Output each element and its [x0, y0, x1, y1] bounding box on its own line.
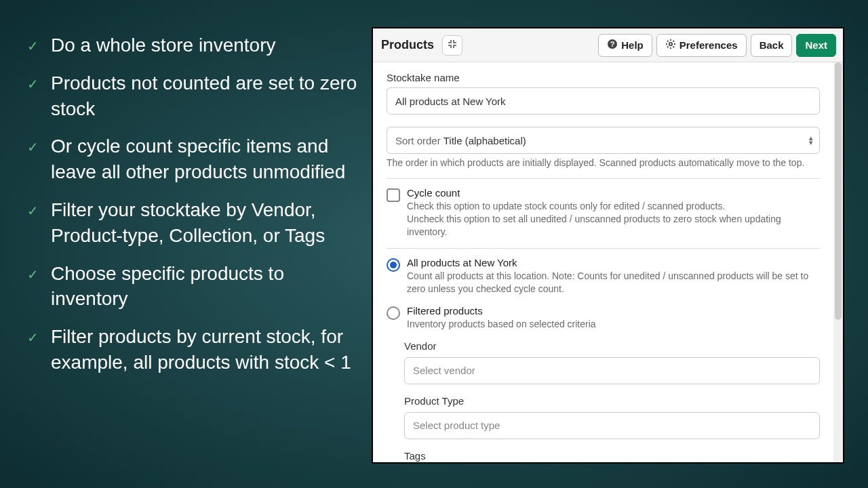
app-header: Products ? Help Preferences Back Next	[373, 28, 843, 62]
next-label: Next	[805, 39, 827, 51]
bullet-text: Choose specific products to inventory	[51, 261, 366, 312]
cycle-count-title: Cycle count	[407, 187, 820, 199]
sort-order-helper: The order in which products are initiall…	[387, 157, 820, 169]
bullet-text: Products not counted are set to zero sto…	[51, 70, 366, 122]
page-title: Products	[381, 38, 434, 52]
cycle-count-option[interactable]: Cycle count Check this option to update …	[387, 187, 820, 239]
all-products-desc: Count all products at this location. Not…	[407, 270, 820, 296]
filtered-products-title: Filtered products	[407, 305, 820, 317]
svg-text:?: ?	[610, 40, 615, 48]
svg-point-2	[669, 43, 672, 45]
all-products-radio[interactable]	[387, 258, 400, 272]
sort-order-prefix: Sort order	[395, 135, 441, 146]
back-label: Back	[760, 39, 784, 51]
check-icon: ✓	[27, 203, 39, 219]
bullet-item: ✓ Products not counted are set to zero s…	[27, 70, 366, 122]
check-icon: ✓	[27, 266, 39, 283]
vendor-placeholder: Select vendor	[413, 365, 475, 376]
filtered-products-radio[interactable]	[387, 306, 400, 320]
vendor-select[interactable]: Select vendor	[404, 357, 820, 384]
check-icon: ✓	[27, 329, 39, 346]
cycle-count-checkbox[interactable]	[387, 188, 400, 202]
tags-label: Tags	[404, 450, 820, 462]
bullet-text: Filter your stocktake by Vendor, Product…	[51, 197, 366, 249]
bullet-item: ✓ Or cycle count specific items and leav…	[27, 134, 366, 185]
help-icon: ?	[607, 39, 618, 52]
filtered-products-option[interactable]: Filtered products Inventory products bas…	[387, 305, 820, 331]
app-window: Products ? Help Preferences Back Next	[372, 27, 844, 464]
product-type-placeholder: Select product type	[413, 420, 500, 431]
gear-icon	[665, 39, 676, 52]
bullet-item: ✓ Filter products by current stock, for …	[27, 324, 366, 375]
preferences-button[interactable]: Preferences	[656, 34, 747, 57]
all-products-title: All products at New York	[407, 257, 820, 268]
next-button[interactable]: Next	[796, 34, 836, 57]
sort-order-select[interactable]: Sort order Title (alphabetical) ▴▾	[387, 127, 820, 154]
help-button[interactable]: ? Help	[598, 34, 652, 57]
stocktake-name-input[interactable]	[387, 87, 820, 115]
check-icon: ✓	[27, 139, 39, 155]
bullet-text: Or cycle count specific items and leave …	[51, 134, 366, 185]
bullet-item: ✓ Filter your stocktake by Vendor, Produ…	[27, 197, 366, 249]
slide-bullet-list: ✓ Do a whole store inventory ✓ Products …	[27, 33, 366, 388]
product-type-label: Product Type	[404, 395, 820, 407]
filter-section: Vendor Select vendor Product Type Select…	[387, 340, 820, 462]
check-icon: ✓	[27, 76, 39, 92]
chevron-updown-icon: ▴▾	[809, 136, 813, 144]
bullet-item: ✓ Do a whole store inventory	[27, 33, 366, 58]
stocktake-name-label: Stocktake name	[387, 72, 820, 83]
divider	[387, 178, 820, 179]
divider	[387, 248, 820, 249]
collapse-button[interactable]	[442, 35, 462, 56]
filtered-products-desc: Inventory products based on selected cri…	[407, 318, 820, 331]
bullet-item: ✓ Choose specific products to inventory	[27, 261, 366, 312]
preferences-label: Preferences	[679, 39, 738, 51]
cycle-count-desc: Check this option to update stock counts…	[407, 200, 820, 239]
bullet-text: Filter products by current stock, for ex…	[51, 324, 366, 375]
sort-order-value: Title (alphabetical)	[443, 135, 526, 146]
collapse-icon	[448, 39, 457, 51]
vendor-label: Vendor	[404, 340, 820, 352]
bullet-text: Do a whole store inventory	[51, 33, 276, 58]
form-body: Stocktake name Sort order Title (alphabe…	[373, 62, 843, 462]
all-products-option[interactable]: All products at New York Count all produ…	[387, 257, 820, 296]
check-icon: ✓	[27, 38, 39, 54]
product-type-select[interactable]: Select product type	[404, 412, 820, 439]
back-button[interactable]: Back	[751, 34, 793, 57]
help-label: Help	[621, 39, 644, 51]
